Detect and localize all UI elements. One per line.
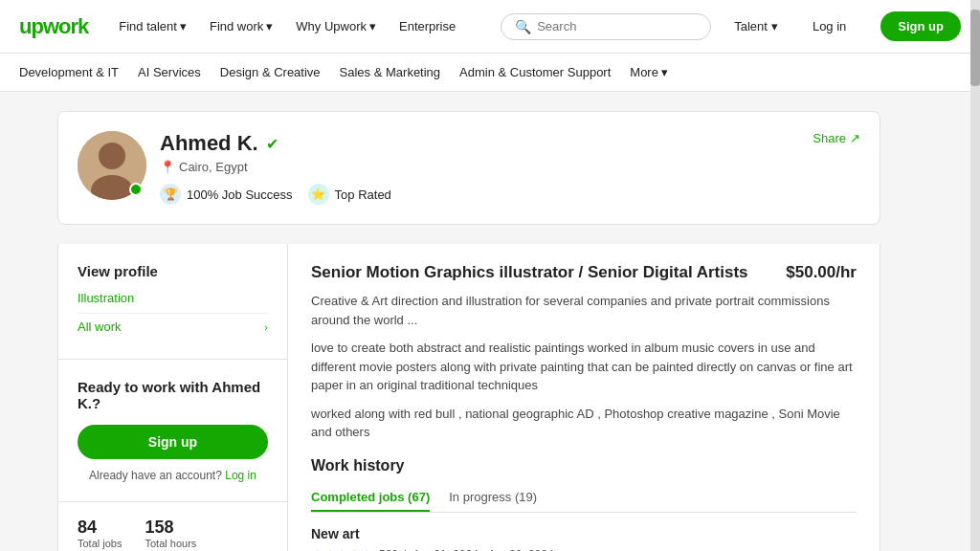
total-jobs-stat: 84 Total jobs [78,518,122,549]
top-rated-badge: ⭐ Top Rated [308,184,391,205]
subnav-ai[interactable]: AI Services [138,65,201,79]
job-desc-3: worked along with red bull , national ge… [311,405,857,442]
illustration-link[interactable]: Illustration [78,291,268,305]
profile-location: 📍 Cairo, Egypt [160,160,860,174]
profile-signup-button[interactable]: Sign up [78,425,268,459]
total-hours-label: Total hours [145,538,196,549]
profile-info: Ahmed K. ✔ 📍 Cairo, Egypt 🏆 100% Job Suc… [160,131,860,205]
separator: | [404,548,407,552]
why-upwork-nav[interactable]: Why Upwork ▾ [296,19,376,33]
job-title: Senior Motion Graphics illustrator / Sen… [311,263,748,282]
star-count: 500 [379,548,398,552]
job-desc-1: Creative & Art direction and illustratio… [311,292,857,329]
find-talent-nav[interactable]: Find talent ▾ [119,19,187,33]
chevron-right-icon: › [264,321,268,333]
two-column-layout: View profile Illustration All work › Rea… [57,244,880,551]
job-entry: New art ★★★★★ 500 | Apr 21, 2024 - Apr 2… [311,526,857,552]
profile-name: Ahmed K. [160,131,258,156]
total-hours-stat: 158 Total hours [145,518,196,549]
login-button[interactable]: Log in [801,13,858,39]
work-history-title: Work history [311,457,857,474]
star-rating: ★★★★★ [311,547,373,552]
chevron-down-icon: ▾ [266,19,273,33]
subnav-design[interactable]: Design & Creative [220,65,321,79]
signup-button[interactable]: Sign up [880,11,961,41]
job-success-badge: 🏆 100% Job Success [160,184,293,205]
online-indicator [129,183,143,196]
scrollbar-thumb[interactable] [970,10,980,86]
job-details-panel: Senior Motion Graphics illustrator / Sen… [288,244,880,551]
view-profile-title: View profile [78,263,268,279]
job-meta: ★★★★★ 500 | Apr 21, 2024 - Apr 26, 2024 [311,547,857,552]
login-link[interactable]: Log in [225,469,256,482]
job-date: Apr 21, 2024 - Apr 26, 2024 [412,548,553,552]
subnav-sales[interactable]: Sales & Marketing [340,65,441,79]
job-success-icon: 🏆 [160,184,181,205]
location-icon: 📍 [160,160,175,174]
subnav-admin[interactable]: Admin & Customer Support [459,65,611,79]
already-account-text: Already have an account? Log in [78,469,268,482]
chevron-down-icon: ▾ [771,19,778,33]
search-input[interactable] [537,19,671,33]
view-profile-panel: View profile Illustration All work › [57,244,287,360]
svg-point-1 [99,143,125,169]
enterprise-nav[interactable]: Enterprise [399,19,456,33]
total-jobs-label: Total jobs [78,538,122,549]
subnav-dev-it[interactable]: Development & IT [19,65,119,79]
subnav-more[interactable]: More ▾ [630,65,668,79]
job-desc-2: love to create both abstract and realist… [311,339,857,395]
left-column: View profile Illustration All work › Rea… [57,244,287,551]
tab-inprogress[interactable]: In progress (19) [449,484,537,512]
sub-navigation: Development & IT AI Services Design & Cr… [0,54,980,92]
top-rated-icon: ⭐ [308,184,329,205]
all-work-link[interactable]: All work › [78,313,268,340]
search-bar[interactable]: 🔍 [501,13,711,40]
job-title-row: Senior Motion Graphics illustrator / Sen… [311,263,857,282]
work-history-tabs: Completed jobs (67) In progress (19) [311,484,857,513]
avatar-wrap [78,131,146,200]
hourly-rate: $50.00/hr [786,263,857,282]
verified-icon: ✔ [266,135,278,153]
top-navigation: upwork Find talent ▾ Find work ▾ Why Upw… [0,0,980,54]
profile-card: Ahmed K. ✔ 📍 Cairo, Egypt 🏆 100% Job Suc… [57,111,880,225]
share-button[interactable]: Share ↗ [813,131,860,145]
chevron-down-icon: ▾ [369,19,376,33]
total-hours-number: 158 [145,518,196,538]
find-work-nav[interactable]: Find work ▾ [210,19,273,33]
scrollbar[interactable] [970,0,980,551]
stats-panel: 84 Total jobs 158 Total hours [57,502,287,551]
tab-completed[interactable]: Completed jobs (67) [311,484,430,512]
search-icon: 🔍 [515,19,531,34]
talent-dropdown[interactable]: Talent ▾ [734,19,778,33]
main-content: Ahmed K. ✔ 📍 Cairo, Egypt 🏆 100% Job Suc… [0,92,980,551]
job-entry-title: New art [311,526,857,541]
ready-to-work-panel: Ready to work with Ahmed K.? Sign up Alr… [57,360,287,502]
chevron-down-icon: ▾ [180,19,187,33]
total-jobs-number: 84 [78,518,122,538]
upwork-logo[interactable]: upwork [19,14,88,39]
right-column: Senior Motion Graphics illustrator / Sen… [287,244,880,551]
share-icon: ↗ [850,131,860,145]
ready-title: Ready to work with Ahmed K.? [78,379,268,411]
chevron-down-icon: ▾ [661,65,668,79]
